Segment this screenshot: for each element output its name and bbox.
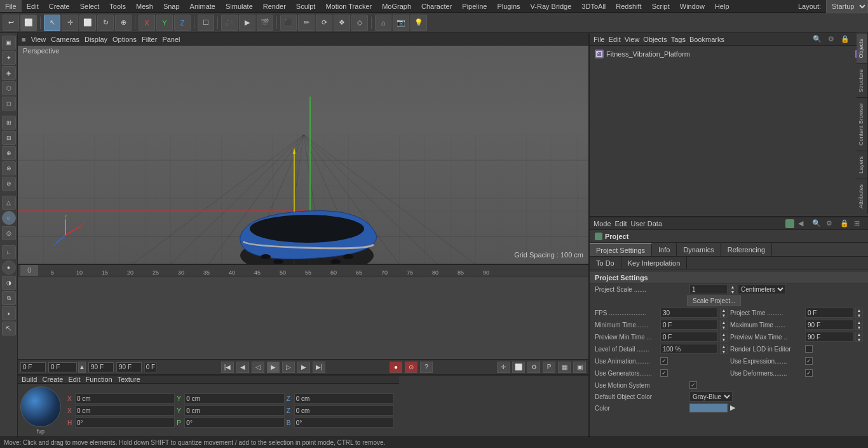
preview-min-input[interactable] (663, 334, 715, 341)
attr-menu-edit[interactable]: Edit (615, 220, 627, 227)
use-animation-checkbox[interactable]: ✓ (660, 357, 668, 365)
deformer-button[interactable]: ⌂ (375, 15, 391, 31)
pen-button[interactable]: ✏ (298, 15, 315, 31)
menu-animate[interactable]: Animate (185, 0, 220, 12)
max-time-input[interactable] (808, 322, 851, 329)
next-frame-btn[interactable]: ▶ (297, 362, 310, 373)
menu-edit[interactable]: Edit (22, 0, 44, 12)
x-axis-button[interactable]: X (139, 15, 155, 31)
ob-menu-bookmarks[interactable]: Bookmarks (689, 36, 724, 43)
right-tab-attributes[interactable]: Attributes (857, 179, 868, 214)
attr-tab-info[interactable]: Info (652, 243, 677, 256)
attr-settings-icon[interactable]: ⚙ (826, 219, 836, 227)
right-tab-layers[interactable]: Layers (857, 151, 868, 179)
viewport-menu-filter[interactable]: Filter (142, 36, 157, 43)
move-tool-button[interactable]: ✛ (62, 15, 78, 31)
bottom-menu-edit[interactable]: Edit (69, 376, 81, 383)
x-pos-input[interactable] (75, 393, 175, 404)
menu-mograph[interactable]: MoGraph (377, 0, 416, 12)
ob-item-fitness[interactable]: Fitness_Vibration_Platform (592, 48, 865, 60)
ob-lock-icon[interactable]: 🔒 (840, 34, 850, 44)
sidebar-mode-btn-2[interactable]: ✦ (2, 51, 16, 65)
cube-button[interactable]: ⬛ (280, 15, 297, 31)
scale-project-button[interactable]: Scale Project... (687, 295, 741, 306)
bottom-menu-create[interactable]: Create (42, 376, 63, 383)
use-motion-system-checkbox[interactable]: ✓ (689, 381, 697, 389)
sidebar-mode-btn-7[interactable]: ⊟ (2, 131, 16, 145)
p-input[interactable] (184, 417, 284, 428)
menu-sculpt[interactable]: Sculpt (291, 0, 321, 12)
z-rot-input[interactable] (294, 405, 394, 416)
menu-tools[interactable]: Tools (104, 0, 131, 12)
fps-display-btn[interactable]: P (543, 362, 555, 373)
menu-create[interactable]: Create (44, 0, 75, 12)
render-lod-checkbox[interactable] (805, 345, 813, 353)
sidebar-mode-btn-19[interactable]: ⛏ (2, 322, 16, 336)
attr-value-lod[interactable] (660, 344, 718, 354)
y-rot-input[interactable] (184, 405, 284, 416)
y-axis-button[interactable]: Y (156, 15, 173, 31)
render-region-button[interactable]: 🎥 (221, 15, 238, 31)
prev-key-btn[interactable]: ◁ (252, 362, 264, 373)
ob-menu-view[interactable]: View (625, 36, 640, 43)
autokey-btn[interactable]: ⊙ (405, 362, 417, 373)
menu-motion-tracker[interactable]: Motion Tracker (320, 0, 377, 12)
sidebar-mode-btn-8[interactable]: ⊕ (2, 146, 16, 160)
scale-key-btn[interactable]: ⬜ (512, 362, 525, 373)
viewport-menu-options[interactable]: Options (112, 36, 137, 43)
use-deformers-checkbox[interactable]: ✓ (805, 369, 813, 377)
b-input[interactable] (294, 417, 394, 428)
ob-menu-objects[interactable]: Objects (643, 36, 667, 43)
lod-spinner[interactable]: ▲ ▼ (720, 344, 728, 354)
sidebar-mode-btn-4[interactable]: ⬡ (2, 81, 16, 95)
ob-menu-file[interactable]: File (593, 36, 605, 43)
menu-help[interactable]: Help (710, 0, 735, 12)
timeline-mode-btn[interactable]: ▦ (558, 362, 571, 373)
sidebar-mode-btn-14[interactable]: ∟ (2, 245, 16, 259)
sidebar-mode-btn-13[interactable]: ◎ (2, 226, 16, 240)
material-sphere[interactable] (20, 386, 61, 427)
attr-value-fps[interactable] (660, 308, 718, 318)
sidebar-mode-btn-6[interactable]: ⊞ (2, 116, 16, 130)
next-key-btn[interactable]: ▷ (282, 362, 295, 373)
attr-value-project-time[interactable] (805, 308, 853, 318)
attr-value-min-time[interactable] (660, 320, 718, 330)
attr-value-project-scale[interactable] (689, 284, 728, 294)
redo-button[interactable]: ⬜ (20, 15, 37, 31)
undo-button[interactable]: ↩ (3, 15, 19, 31)
sidebar-mode-btn-16[interactable]: ◑ (2, 276, 16, 290)
bottom-menu-texture[interactable]: Texture (118, 376, 140, 383)
right-tab-content-browser[interactable]: Content Browser (857, 97, 868, 151)
attr-menu-userdata[interactable]: User Data (631, 220, 663, 227)
transform-tool-button[interactable]: ⊕ (115, 15, 132, 31)
use-expression-checkbox[interactable]: ✓ (805, 357, 813, 365)
viewport-menu-cameras[interactable]: Cameras (51, 36, 79, 43)
light-button[interactable]: 💡 (410, 15, 427, 31)
color-swatch[interactable] (689, 404, 728, 412)
project-time-input[interactable] (808, 309, 851, 316)
z-pos-input[interactable] (294, 393, 394, 404)
menu-simulate[interactable]: Simulate (220, 0, 258, 12)
viewport-menu-panel[interactable]: Panel (162, 36, 180, 43)
menu-render[interactable]: Render (258, 0, 291, 12)
ob-search-icon[interactable]: 🔍 (812, 34, 822, 44)
menu-pipeline[interactable]: Pipeline (457, 0, 492, 12)
sidebar-mode-btn-15[interactable]: ● (2, 261, 16, 275)
z-axis-button[interactable]: Z (174, 15, 191, 31)
viewport[interactable]: X Y Z ■ View Cameras Display Options Fil… (18, 33, 588, 264)
attr-value-preview-max[interactable] (805, 332, 853, 342)
goto-start-btn[interactable]: |◀ (221, 362, 234, 373)
menu-snap[interactable]: Snap (158, 0, 185, 12)
attr-menu-mode[interactable]: Mode (593, 220, 611, 227)
attr-search-icon[interactable]: 🔍 (812, 219, 822, 227)
sidebar-mode-btn-5[interactable]: ◻ (2, 97, 16, 111)
sidebar-mode-btn-3[interactable]: ◈ (2, 66, 16, 80)
attr-tab2-todo[interactable]: To Do (590, 257, 621, 269)
attr-back-icon[interactable]: ◀ (798, 219, 808, 227)
current-frame-input[interactable] (48, 362, 77, 372)
sidebar-mode-btn-12[interactable]: ○ (2, 211, 16, 225)
menu-redshift[interactable]: Redshift (611, 0, 646, 12)
sidebar-mode-btn-10[interactable]: ⊘ (2, 177, 16, 191)
preview-max-input[interactable] (808, 334, 851, 341)
camera-button[interactable]: 📷 (393, 15, 409, 31)
